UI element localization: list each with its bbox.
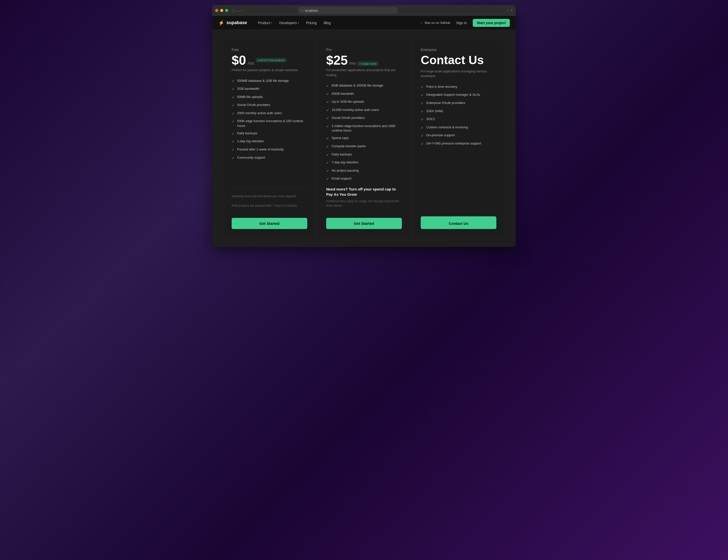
list-item: ✓500MB database & 1GB file storage — [232, 79, 307, 84]
sidebar-toggle-icon[interactable]: ⬚ — [232, 8, 235, 12]
check-icon: ✓ — [421, 101, 424, 106]
close-dot[interactable] — [215, 9, 218, 12]
list-item: ✓Point in time recovery — [421, 85, 496, 90]
list-item: ✓2 million edge function invocations and… — [326, 124, 402, 133]
nav-blog[interactable]: Blog — [321, 19, 334, 26]
check-icon: ✓ — [232, 148, 235, 153]
free-plan-limit-badge: Limit of 2 free projects — [256, 58, 287, 62]
upsell-desc: Additional fees apply for usage and stor… — [326, 199, 402, 208]
check-icon: ✓ — [232, 111, 235, 116]
check-icon: ✓ — [326, 144, 329, 149]
logo-icon: ⚡ — [218, 20, 224, 26]
browser-actions: ↑ + — [507, 8, 513, 13]
chevron-developers-icon: ▾ — [298, 21, 299, 24]
list-item: ✓Spend caps — [326, 136, 402, 141]
list-item: ✓7-day log retention — [326, 160, 402, 165]
free-plan-card: Free $0 /mo Limit of 2 free projects Per… — [225, 40, 314, 237]
signin-button[interactable]: Sign in — [453, 19, 470, 26]
check-icon: ✓ — [232, 79, 235, 84]
free-plan-tier: Free — [232, 48, 307, 52]
list-item: ✓No project pausing — [326, 168, 402, 174]
minimize-dot[interactable] — [220, 9, 223, 12]
supabase-favicon: ⬡ — [301, 9, 304, 12]
list-item: ✓Email support — [326, 176, 402, 182]
list-item: ✓SOC2 — [421, 117, 496, 122]
star-label: Star us on GitHub — [424, 21, 450, 25]
enterprise-plan-card: Enterprise Contact Us For large-scale ap… — [414, 40, 503, 237]
check-icon: ✓ — [232, 156, 235, 161]
url-bar[interactable]: ⬡ localhost — [298, 7, 398, 14]
free-plan-footer-note-1: Anything more than the above you must up… — [232, 194, 307, 199]
logo-text: supabase — [226, 20, 247, 25]
check-icon: ✓ — [232, 87, 235, 92]
nav-links: Product ▾ Developers ▾ Pricing Blog — [255, 19, 420, 26]
enterprise-plan-cta-button[interactable]: Contact Us — [421, 216, 496, 229]
list-item: ✓On-premise support — [421, 133, 496, 138]
check-icon: ✓ — [326, 160, 329, 165]
navbar: ⚡ supabase Product ▾ Developers ▾ Pricin… — [212, 16, 516, 30]
pro-plan-price: $25 — [326, 54, 348, 67]
enterprise-plan-description: For large-scale applications managing se… — [421, 69, 496, 79]
list-item: ✓Community support — [232, 156, 307, 161]
free-plan-price-row: $0 /mo Limit of 2 free projects — [232, 54, 307, 67]
list-item: ✓2000 monthly active auth users — [232, 111, 307, 116]
start-project-button[interactable]: Start your project — [473, 19, 510, 27]
chevron-down-icon[interactable]: ⌄ — [237, 8, 240, 12]
list-item: ✓1-day log retention — [232, 139, 307, 144]
list-item: ✓Social OAuth providers — [232, 103, 307, 108]
pro-plan-cta-button[interactable]: Get Started — [326, 218, 402, 229]
pro-plan-usage-badge: + usage costs — [357, 61, 378, 66]
pro-plan-upsell: Need more? Turn off your spend cap to Pa… — [326, 187, 402, 208]
star-github-button[interactable]: ☆ Star us on GitHub — [420, 21, 450, 25]
check-icon: ✓ — [326, 116, 329, 121]
nav-developers[interactable]: Developers ▾ — [276, 19, 302, 26]
free-plan-cta-button[interactable]: Get Started — [232, 218, 307, 229]
free-plan-price-mo: /mo — [248, 61, 254, 66]
pro-plan-tier: Pro — [326, 48, 402, 52]
nav-pricing-label: Pricing — [306, 21, 317, 25]
check-icon: ✓ — [326, 92, 329, 97]
check-icon: ✓ — [232, 103, 235, 108]
list-item: ✓Custom contracts & invoicing — [421, 125, 496, 130]
share-icon[interactable]: ↑ — [507, 8, 509, 13]
pro-plan-features: ✓8GB database & 100GB file storage ✓50GB… — [326, 83, 402, 182]
logo[interactable]: ⚡ supabase — [218, 20, 247, 26]
enterprise-plan-features: ✓Point in time recovery ✓Designated Supp… — [421, 85, 496, 216]
browser-window: ⬚ ⌄ ‹ ⬡ localhost ↑ + ⚡ supabase Product… — [212, 5, 516, 247]
upsell-title: Need more? Turn off your spend cap to Pa… — [326, 187, 402, 197]
check-icon: ✓ — [421, 109, 424, 114]
check-icon: ✓ — [421, 93, 424, 98]
list-item: ✓Designated Support manager & SLAs — [421, 93, 496, 98]
nav-developers-label: Developers — [279, 21, 297, 25]
list-item: ✓Up to 3GB file uploads — [326, 100, 402, 105]
pricing-container: Free $0 /mo Limit of 2 free projects Per… — [212, 30, 516, 247]
free-plan-price: $0 — [232, 54, 246, 67]
check-icon: ✓ — [421, 133, 424, 138]
check-icon: ✓ — [232, 131, 235, 136]
list-item: ✓Daily backups — [232, 131, 307, 136]
list-item: ✓50GB bandwith — [326, 92, 402, 97]
nav-pricing[interactable]: Pricing — [303, 19, 320, 26]
new-tab-icon[interactable]: + — [511, 8, 513, 13]
check-icon: ✓ — [326, 177, 329, 182]
list-item: ✓Paused after 1-week of inactivity — [232, 147, 307, 153]
pro-plan-price-mo: /mo — [349, 61, 356, 66]
list-item: ✓50MB file uploads — [232, 95, 307, 100]
nav-product[interactable]: Product ▾ — [255, 19, 275, 26]
list-item: ✓Daily backups — [326, 152, 402, 158]
check-icon: ✓ — [421, 85, 424, 90]
pro-plan-price-row: $25 /mo + usage costs — [326, 54, 402, 67]
list-item: ✓Compute booster packs — [326, 144, 402, 149]
free-plan-features: ✓500MB database & 1GB file storage ✓2GB … — [232, 79, 307, 184]
free-plan-footer-note-2: Free projects are paused after 7 days of… — [232, 204, 307, 208]
list-item: ✓Enterprise OAuth providers — [421, 101, 496, 106]
free-plan-description: Perfect for passion projects & simple we… — [232, 68, 307, 73]
list-item: ✓Social OAuth providers — [326, 116, 402, 121]
nav-right: ☆ Star us on GitHub Sign in Start your p… — [420, 19, 510, 27]
back-icon[interactable]: ‹ — [241, 8, 243, 12]
check-icon: ✓ — [326, 84, 329, 89]
maximize-dot[interactable] — [225, 9, 228, 12]
list-item: ✓24×7×365 premium enterprise support — [421, 141, 496, 147]
check-icon: ✓ — [421, 142, 424, 147]
check-icon: ✓ — [326, 124, 329, 129]
